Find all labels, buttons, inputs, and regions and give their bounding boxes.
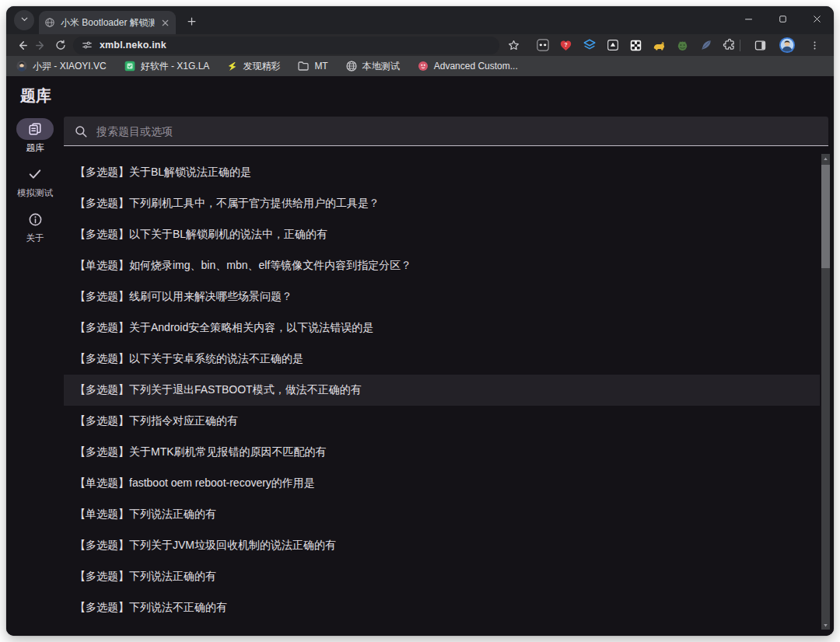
green-app-icon: [124, 60, 136, 72]
bookmark-item[interactable]: 好软件 - X1G.LA: [124, 60, 210, 73]
library-icon: [28, 122, 42, 136]
puzzle-icon[interactable]: [721, 37, 737, 54]
question-row[interactable]: 【多选题】以下关于BL解锁刷机的说法中，正确的有: [64, 219, 820, 250]
question-row[interactable]: 【多选题】关于Android安全策略相关内容，以下说法错误的是: [64, 312, 820, 344]
svg-text:?: ?: [564, 42, 567, 47]
bookmark-item[interactable]: 本地测试: [345, 60, 400, 73]
triangle-box-icon[interactable]: [604, 37, 621, 54]
question-row[interactable]: 【单选题】fastboot oem reboot-recovery的作用是: [64, 468, 820, 499]
bookmark-label: MT: [314, 61, 327, 72]
sidebar-item-check[interactable]: 模拟测试: [16, 163, 54, 199]
tab-search-button[interactable]: [14, 10, 34, 30]
question-row[interactable]: 【多选题】下列刷机工具中，不属于官方提供给用户的工具是？: [64, 188, 820, 219]
broken-heart-icon[interactable]: ?: [558, 37, 574, 54]
new-tab-button[interactable]: [181, 11, 201, 31]
sidebar-item-info[interactable]: 关于: [16, 208, 54, 244]
yellow-cat-icon[interactable]: [651, 37, 667, 54]
toolbar-divider: [740, 40, 740, 51]
refresh-icon: [54, 39, 67, 51]
close-button[interactable]: [800, 8, 834, 30]
check-icon: [27, 166, 43, 182]
checker-icon[interactable]: [628, 37, 644, 54]
stylus-layers-icon[interactable]: [581, 37, 597, 54]
bookmark-item[interactable]: MT: [297, 60, 327, 72]
tab-title: 小米 Bootloader 解锁测试 - 题: [61, 16, 155, 30]
search-bar[interactable]: [64, 117, 828, 146]
profile-avatar-icon: [779, 37, 796, 54]
minimize-button[interactable]: [731, 8, 765, 30]
question-list: 【多选题】关于BL解锁说法正确的是【多选题】下列刷机工具中，不属于官方提供给用户…: [64, 154, 820, 630]
question-row[interactable]: 【多选题】线刷可以用来解决哪些场景问题？: [64, 281, 820, 312]
info-icon: [28, 212, 43, 227]
feather-icon[interactable]: [698, 37, 714, 54]
lightning-icon: [226, 61, 238, 72]
site-settings-tune-icon[interactable]: [82, 40, 93, 51]
sidebar-item-label: 关于: [26, 232, 44, 244]
sidebar-item-label: 题库: [26, 142, 44, 154]
plus-icon: [186, 16, 198, 27]
bookmark-star-button[interactable]: [504, 36, 523, 54]
maximize-button[interactable]: [765, 8, 800, 30]
question-row[interactable]: 【多选题】关于MTK刷机常见报错的原因不匹配的有: [64, 437, 820, 468]
scrollbar[interactable]: [821, 154, 830, 630]
folder-icon: [297, 60, 310, 72]
nav-pill: [16, 118, 54, 140]
bookmark-label: 发现精彩: [243, 60, 280, 73]
green-creature-icon[interactable]: [674, 37, 691, 54]
search-input[interactable]: [96, 125, 818, 138]
browser-window: 小米 Bootloader 解锁测试 - 题 xmbl.neko.ink ?: [6, 6, 834, 636]
chevron-down-icon: [19, 13, 30, 27]
bookmark-label: 本地测试: [362, 60, 400, 73]
refresh-button[interactable]: [51, 36, 70, 54]
question-row[interactable]: 【多选题】下列说法正确的有: [64, 561, 820, 592]
star-icon: [507, 39, 520, 52]
question-row[interactable]: 【单选题】下列说法正确的有: [64, 499, 820, 530]
forward-arrow-icon: [34, 39, 47, 52]
bookmarks-bar: 小羿 - XIAOYI.VC好软件 - X1G.LA发现精彩MT本地测试Adva…: [6, 56, 834, 76]
bookmark-label: 好软件 - X1G.LA: [141, 60, 210, 73]
close-icon: [811, 13, 823, 25]
question-row[interactable]: 【多选题】下列指令对应正确的有: [64, 406, 820, 437]
extensions-cluster: ?: [534, 37, 737, 54]
question-row[interactable]: 【多选题】下列关于退出FASTBOOT模式，做法不正确的有: [64, 375, 820, 406]
question-row[interactable]: 【多选题】关于BL解锁说法正确的是: [64, 157, 820, 188]
nav-pill: [16, 163, 54, 185]
bookmark-item[interactable]: 发现精彩: [226, 60, 280, 73]
side-panel-icon: [754, 39, 767, 52]
question-row[interactable]: 【多选题】下列说法不正确的有: [64, 592, 820, 623]
browser-menu-button[interactable]: [804, 36, 824, 54]
tab-close-icon[interactable]: [160, 18, 170, 28]
question-row[interactable]: 【单选题】如何烧录img、bin、mbn、elf等镜像文件内容到指定分区？: [64, 250, 820, 281]
pink-app-icon: [417, 60, 429, 72]
search-icon: [74, 124, 88, 138]
person-avatar-icon: [16, 60, 28, 72]
bookmark-item[interactable]: Advanced Custom...: [417, 60, 518, 72]
window-controls: [731, 8, 834, 30]
question-row[interactable]: 【多选题】下列关于JVM垃圾回收机制的说法正确的有: [64, 530, 820, 561]
question-list-wrap: 【多选题】关于BL解锁说法正确的是【多选题】下列刷机工具中，不属于官方提供给用户…: [64, 154, 830, 630]
profile-avatar-button[interactable]: [777, 36, 797, 54]
minimize-icon: [743, 13, 754, 25]
maximize-icon: [778, 14, 788, 24]
tampermonkey-icon[interactable]: [534, 37, 551, 54]
page-content: 题库 题库模拟测试关于 【多选题】关于BL解锁说法正确的是【多选题】下列刷机工具…: [6, 76, 834, 636]
back-button[interactable]: [12, 36, 32, 54]
scrollbar-thumb[interactable]: [821, 165, 830, 268]
forward-button[interactable]: [32, 36, 51, 54]
sidebar-item-label: 模拟测试: [17, 187, 53, 199]
bookmark-item[interactable]: 小羿 - XIAOYI.VC: [16, 60, 107, 73]
address-bar[interactable]: xmbl.neko.ink: [73, 37, 500, 54]
bookmark-label: Advanced Custom...: [434, 61, 518, 72]
question-row[interactable]: 【多选题】以下关于安卓系统的说法不正确的是: [64, 344, 820, 375]
url-text: xmbl.neko.ink: [100, 40, 166, 51]
tab-strip: 小米 Bootloader 解锁测试 - 题: [6, 6, 834, 34]
scroll-down-icon[interactable]: [821, 620, 830, 630]
tab-active[interactable]: 小米 Bootloader 解锁测试 - 题: [39, 11, 176, 34]
tab-favicon-globe-icon: [44, 17, 55, 28]
sidebar-item-library[interactable]: 题库: [16, 118, 54, 154]
scroll-up-icon[interactable]: [821, 154, 830, 163]
sidebar-nav: 题库模拟测试关于: [6, 118, 64, 244]
globe-icon: [345, 60, 358, 72]
page-title: 题库: [20, 85, 51, 106]
side-panel-button[interactable]: [750, 36, 770, 54]
